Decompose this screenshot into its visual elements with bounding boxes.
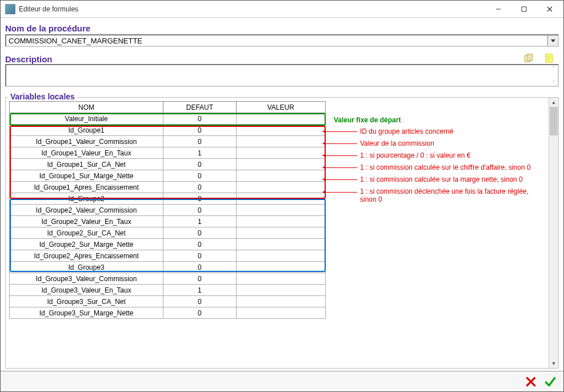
ok-button[interactable]: [543, 374, 558, 389]
cell-name[interactable]: Id_Groupe3_Valeur_Commission: [10, 273, 163, 285]
cell-default[interactable]: 0: [163, 262, 236, 273]
col-header-value[interactable]: VALEUR: [236, 102, 325, 113]
cell-default[interactable]: 0: [163, 239, 236, 250]
dropdown-button[interactable]: [547, 35, 558, 46]
copy-icon[interactable]: [522, 53, 535, 64]
cell-name[interactable]: Valeur_Initiale: [10, 113, 163, 125]
cell-name[interactable]: Id_Groupe1_Sur_CA_Net: [10, 159, 163, 170]
cell-default[interactable]: 0: [163, 307, 236, 319]
titlebar: Editeur de formules: [1, 1, 563, 18]
table-row[interactable]: Id_Groupe1_Apres_Encaissement0: [10, 182, 326, 193]
cell-name[interactable]: Id_Groupe3: [10, 262, 163, 273]
cell-value[interactable]: [236, 239, 325, 250]
cell-value[interactable]: [236, 136, 325, 147]
table-row[interactable]: Id_Groupe3_Valeur_En_Taux1: [10, 285, 326, 296]
cell-default[interactable]: 0: [163, 113, 236, 125]
cell-default[interactable]: 0: [163, 205, 236, 216]
maximize-button[interactable]: [511, 1, 537, 17]
svg-marker-4: [551, 39, 555, 42]
table-row[interactable]: Id_Groupe3_Sur_Marge_Nette0: [10, 307, 326, 319]
table-row[interactable]: Id_Groupe1_Sur_CA_Net0: [10, 159, 326, 170]
table-row[interactable]: Id_Groupe2_Valeur_Commission0: [10, 205, 326, 216]
procedure-name-combo[interactable]: [5, 34, 559, 47]
table-row[interactable]: Id_Groupe30: [10, 262, 326, 273]
col-header-name[interactable]: NOM: [10, 102, 163, 113]
cell-name[interactable]: Id_Groupe2_Valeur_Commission: [10, 205, 163, 216]
cell-value[interactable]: [236, 147, 325, 159]
svg-rect-1: [522, 7, 526, 11]
table-row[interactable]: Id_Groupe1_Sur_Marge_Nette0: [10, 170, 326, 182]
cell-name[interactable]: Id_Groupe1_Sur_Marge_Nette: [10, 170, 163, 182]
cell-default[interactable]: 0: [163, 250, 236, 262]
table-row[interactable]: Valeur_Initiale0: [10, 113, 326, 125]
grid-scrollbar[interactable]: ▲ ▼: [549, 98, 558, 368]
cell-name[interactable]: Id_Groupe1_Apres_Encaissement: [10, 182, 163, 193]
arrow-line: [326, 155, 357, 156]
cell-value[interactable]: [236, 216, 325, 227]
table-row[interactable]: Id_Groupe3_Sur_CA_Net0: [10, 296, 326, 307]
description-input[interactable]: ˆ ˇ: [5, 64, 559, 87]
scroll-up-icon[interactable]: ▲: [549, 98, 558, 107]
cell-value[interactable]: [236, 159, 325, 170]
cell-default[interactable]: 0: [163, 296, 236, 307]
cell-value[interactable]: [236, 227, 325, 239]
table-row[interactable]: Id_Groupe2_Apres_Encaissement0: [10, 250, 326, 262]
cell-value[interactable]: [236, 296, 325, 307]
cell-default[interactable]: 1: [163, 147, 236, 159]
table-row[interactable]: Id_Groupe2_Valeur_En_Taux1: [10, 216, 326, 227]
table-row[interactable]: Id_Groupe2_Sur_Marge_Nette0: [10, 239, 326, 250]
cell-value[interactable]: [236, 113, 325, 125]
cell-default[interactable]: 0: [163, 193, 236, 205]
cell-default[interactable]: 0: [163, 182, 236, 193]
cell-name[interactable]: Id_Groupe2_Valeur_En_Taux: [10, 216, 163, 227]
table-row[interactable]: Id_Groupe2_Sur_CA_Net0: [10, 227, 326, 239]
cell-default[interactable]: 0: [163, 170, 236, 182]
cell-name[interactable]: Id_Groupe1_Valeur_En_Taux: [10, 147, 163, 159]
cell-name[interactable]: Id_Groupe1_Valeur_Commission: [10, 136, 163, 147]
variables-grid[interactable]: NOM DEFAUT VALEUR Valeur_Initiale0Id_Gro…: [9, 101, 326, 319]
cell-default[interactable]: 0: [163, 125, 236, 136]
col-header-default[interactable]: DEFAUT: [163, 102, 236, 113]
cell-name[interactable]: Id_Groupe2: [10, 193, 163, 205]
cell-default[interactable]: 0: [163, 136, 236, 147]
cell-value[interactable]: [236, 262, 325, 273]
table-row[interactable]: Id_Groupe1_Valeur_En_Taux1: [10, 147, 326, 159]
cell-value[interactable]: [236, 125, 325, 136]
cancel-button[interactable]: [523, 374, 538, 389]
cell-value[interactable]: [236, 273, 325, 285]
scroll-down-icon[interactable]: ˇ: [553, 80, 555, 86]
note-icon[interactable]: [543, 53, 555, 64]
scroll-up-icon[interactable]: ˆ: [553, 65, 555, 71]
minimize-button[interactable]: [485, 1, 511, 17]
table-row[interactable]: Id_Groupe20: [10, 193, 326, 205]
table-row[interactable]: Id_Groupe10: [10, 125, 326, 136]
scroll-thumb[interactable]: [550, 107, 558, 135]
cell-value[interactable]: [236, 170, 325, 182]
cell-name[interactable]: Id_Groupe1: [10, 125, 163, 136]
cell-default[interactable]: 1: [163, 285, 236, 296]
cell-name[interactable]: Id_Groupe2_Sur_CA_Net: [10, 227, 163, 239]
table-row[interactable]: Id_Groupe1_Valeur_Commission0: [10, 136, 326, 147]
arrow-line: [326, 131, 357, 132]
close-button[interactable]: [537, 1, 562, 17]
table-row[interactable]: Id_Groupe3_Valeur_Commission0: [10, 273, 326, 285]
cell-default[interactable]: 1: [163, 216, 236, 227]
cell-default[interactable]: 0: [163, 273, 236, 285]
cell-default[interactable]: 0: [163, 159, 236, 170]
cell-value[interactable]: [236, 285, 325, 296]
cell-name[interactable]: Id_Groupe2_Sur_Marge_Nette: [10, 239, 163, 250]
scroll-down-icon[interactable]: ▼: [549, 359, 558, 368]
cell-name[interactable]: Id_Groupe3_Sur_CA_Net: [10, 296, 163, 307]
description-scroll[interactable]: ˆ ˇ: [550, 65, 558, 86]
cell-default[interactable]: 0: [163, 227, 236, 239]
cell-value[interactable]: [236, 205, 325, 216]
cell-value[interactable]: [236, 307, 325, 319]
cell-name[interactable]: Id_Groupe3_Sur_Marge_Nette: [10, 307, 163, 319]
cell-name[interactable]: Id_Groupe2_Apres_Encaissement: [10, 250, 163, 262]
cell-value[interactable]: [236, 193, 325, 205]
cell-value[interactable]: [236, 250, 325, 262]
procedure-name-input[interactable]: [6, 35, 547, 46]
annotation-2: Valeur de la commission: [360, 139, 434, 147]
cell-value[interactable]: [236, 182, 325, 193]
cell-name[interactable]: Id_Groupe3_Valeur_En_Taux: [10, 285, 163, 296]
